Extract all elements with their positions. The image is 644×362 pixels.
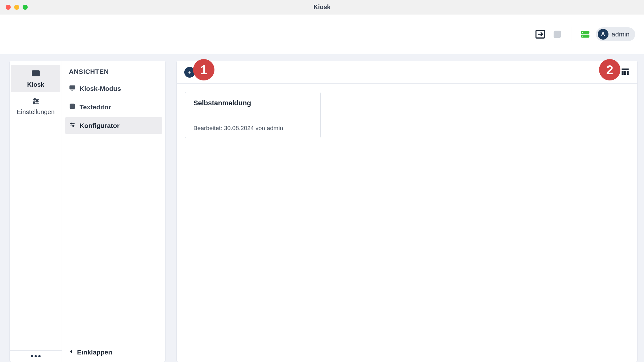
close-window-dot[interactable] bbox=[6, 5, 11, 10]
ansicht-kiosk-modus[interactable]: Kiosk-Modus bbox=[65, 80, 162, 97]
minimize-window-dot[interactable] bbox=[14, 5, 19, 10]
chevron-left-icon bbox=[68, 348, 74, 356]
ansicht-texteditor[interactable]: Texteditor bbox=[65, 99, 162, 115]
svg-rect-14 bbox=[70, 86, 75, 89]
enter-icon[interactable] bbox=[534, 28, 547, 41]
collapse-label: Einklappen bbox=[77, 348, 112, 356]
svg-rect-23 bbox=[622, 71, 624, 75]
monitor-icon bbox=[31, 69, 41, 80]
person-badge-icon[interactable] bbox=[551, 28, 564, 41]
svg-rect-1 bbox=[554, 31, 561, 38]
svg-point-21 bbox=[73, 125, 74, 127]
svg-point-5 bbox=[582, 36, 583, 36]
server-status-icon[interactable] bbox=[579, 28, 591, 41]
window-titlebar: Kiosk bbox=[0, 0, 644, 14]
sidebar-item-label: Kiosk bbox=[27, 81, 44, 88]
ansicht-label: Konfigurator bbox=[80, 122, 119, 129]
texteditor-icon bbox=[69, 103, 76, 111]
svg-point-4 bbox=[582, 32, 583, 33]
svg-point-12 bbox=[36, 101, 38, 102]
card-title: Selbstanmeldung bbox=[193, 99, 312, 107]
avatar: A bbox=[598, 29, 608, 40]
topbar-divider bbox=[571, 27, 571, 41]
annotation-badge-2: 2 bbox=[599, 59, 620, 80]
svg-point-20 bbox=[71, 123, 72, 124]
window-controls bbox=[6, 5, 28, 10]
sidebar-footer bbox=[10, 350, 62, 362]
ansicht-label: Kiosk-Modus bbox=[80, 85, 121, 92]
ansichten-header: ANSICHTEN bbox=[62, 61, 165, 79]
svg-point-11 bbox=[34, 98, 35, 100]
monitor-icon bbox=[69, 84, 76, 93]
svg-rect-25 bbox=[627, 71, 629, 75]
more-icon[interactable] bbox=[31, 355, 41, 357]
sliders-icon bbox=[69, 121, 76, 130]
content-panel: 1 2 Selbstanmeldung Bear bbox=[176, 61, 638, 362]
sidebar-item-label: Einstellungen bbox=[17, 108, 54, 116]
ansicht-label: Texteditor bbox=[80, 103, 111, 111]
collapse-button[interactable]: Einklappen bbox=[62, 343, 165, 362]
maximize-window-dot[interactable] bbox=[23, 5, 28, 10]
sidebar-item-kiosk[interactable]: Kiosk bbox=[11, 65, 60, 92]
topbar: A admin bbox=[0, 14, 644, 54]
columns-icon bbox=[620, 72, 630, 77]
primary-sidebar: Kiosk Einstellungen bbox=[9, 61, 62, 362]
secondary-sidebar: ANSICHTEN Kiosk-Modus Texteditor bbox=[62, 61, 166, 362]
svg-rect-22 bbox=[622, 69, 629, 70]
main: Kiosk Einstellungen ANSICHTEN bbox=[0, 54, 644, 362]
content-toolbar: 1 2 bbox=[177, 61, 637, 84]
sidebar-item-einstellungen[interactable]: Einstellungen bbox=[11, 92, 60, 119]
config-card[interactable]: Selbstanmeldung Bearbeitet: 30.08.2024 v… bbox=[185, 92, 321, 138]
svg-point-13 bbox=[33, 102, 35, 104]
card-meta: Bearbeitet: 30.08.2024 von admin bbox=[193, 125, 312, 132]
sliders-icon bbox=[31, 96, 41, 107]
annotation-badge-1: 1 bbox=[193, 59, 214, 80]
svg-rect-6 bbox=[32, 71, 39, 76]
window-title: Kiosk bbox=[0, 3, 644, 11]
ansicht-konfigurator[interactable]: Konfigurator bbox=[65, 117, 162, 134]
view-toggle-button[interactable] bbox=[620, 67, 630, 78]
user-name: admin bbox=[612, 30, 630, 38]
svg-rect-24 bbox=[624, 71, 626, 75]
annotation-number: 2 bbox=[606, 63, 613, 77]
user-menu[interactable]: A admin bbox=[596, 27, 635, 41]
card-list: Selbstanmeldung Bearbeitet: 30.08.2024 v… bbox=[177, 84, 637, 146]
annotation-number: 1 bbox=[200, 63, 207, 77]
